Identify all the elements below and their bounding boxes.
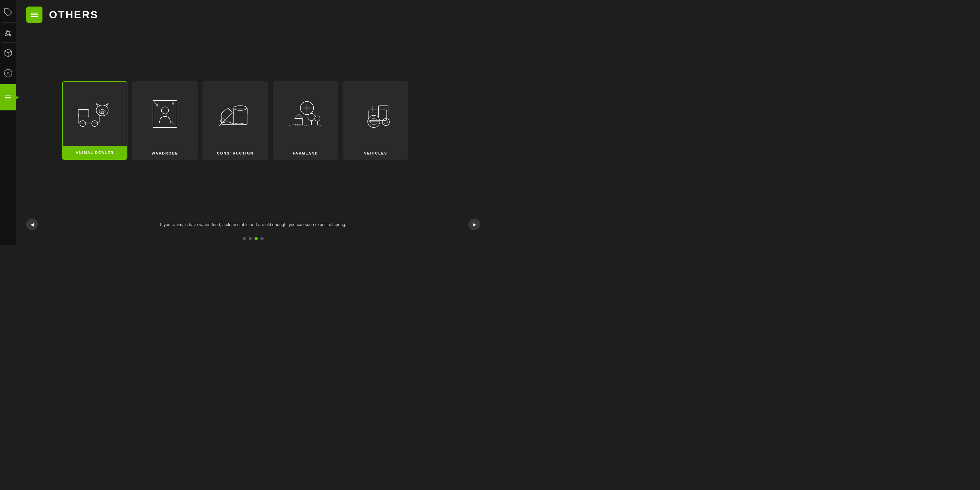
svg-rect-15: [78, 110, 89, 117]
bottom-section: ◀ If your animals have water, food, a cl…: [16, 212, 490, 245]
svg-point-6: [7, 72, 8, 72]
wardrobe-icon: [147, 96, 183, 132]
card-wardrobe-label: WARDROBE: [132, 147, 197, 160]
svg-point-23: [161, 107, 169, 114]
pagination-dot-1[interactable]: [243, 237, 246, 240]
main-content: OTHERS: [16, 0, 490, 245]
sidebar-item-discount[interactable]: [0, 64, 16, 82]
sidebar-item-tractor[interactable]: [0, 24, 16, 41]
card-wardrobe-icon-area: [132, 81, 197, 147]
header-menu-icon: [29, 10, 39, 20]
card-animal-dealer[interactable]: ANIMAL DEALER: [62, 81, 127, 160]
sidebar: [0, 0, 16, 245]
card-construction-label: CONSTRUCTION: [202, 147, 268, 160]
svg-rect-33: [295, 119, 302, 125]
svg-point-36: [315, 116, 320, 121]
menu-icon: [3, 93, 13, 102]
bottom-area: ◀ If your animals have water, food, a cl…: [16, 212, 490, 237]
card-wardrobe[interactable]: WARDROBE: [132, 81, 197, 160]
price-tag-icon: [3, 8, 13, 17]
discount-icon: [3, 68, 13, 78]
tractor-icon: [3, 28, 13, 37]
card-farmland[interactable]: FARMLAND: [273, 81, 338, 160]
svg-point-19: [99, 110, 105, 114]
svg-point-7: [9, 74, 9, 74]
sidebar-item-price-tag[interactable]: [0, 3, 16, 21]
svg-point-34: [308, 113, 315, 121]
svg-rect-27: [234, 108, 247, 114]
card-vehicles[interactable]: VEHICLES: [343, 81, 408, 160]
card-animal-dealer-icon-area: [63, 82, 127, 146]
card-vehicles-label: VEHICLES: [343, 147, 408, 160]
card-vehicles-icon-area: [343, 81, 408, 147]
animal-dealer-icon: [77, 96, 113, 132]
cards-area: ANIMAL DEALER WARDROBE: [16, 29, 490, 212]
pagination: [16, 237, 490, 245]
header-icon: [26, 6, 43, 23]
svg-point-16: [80, 121, 86, 126]
page-title: OTHERS: [49, 9, 98, 21]
svg-point-44: [384, 120, 388, 124]
card-animal-dealer-label: ANIMAL DEALER: [63, 146, 127, 159]
pagination-dot-3[interactable]: [255, 237, 258, 240]
card-farmland-label: FARMLAND: [273, 147, 338, 160]
svg-point-20: [100, 111, 102, 113]
svg-point-21: [103, 111, 104, 113]
sidebar-item-others[interactable]: [0, 84, 16, 110]
svg-point-43: [382, 119, 390, 126]
svg-rect-28: [222, 114, 234, 124]
sidebar-item-crate[interactable]: [0, 44, 16, 62]
farmland-icon: [288, 96, 323, 132]
pagination-dot-2[interactable]: [248, 237, 252, 240]
svg-point-18: [96, 105, 108, 116]
tip-text: If your animals have water, food, a clea…: [45, 222, 462, 227]
card-farmland-icon-area: [273, 81, 338, 147]
pagination-dot-4[interactable]: [260, 237, 264, 240]
construction-icon: [217, 96, 253, 132]
sidebar-divider-1: [2, 22, 15, 22]
card-construction[interactable]: CONSTRUCTION: [202, 81, 268, 160]
vehicles-icon: [358, 96, 394, 132]
next-button[interactable]: ▶: [468, 218, 480, 230]
card-construction-icon-area: [202, 81, 268, 147]
svg-point-17: [92, 121, 98, 126]
sidebar-divider-4: [2, 83, 15, 83]
prev-button[interactable]: ◀: [26, 218, 38, 230]
svg-point-2: [10, 34, 11, 36]
sidebar-divider-3: [2, 63, 15, 63]
header: OTHERS: [16, 0, 490, 29]
crate-icon: [3, 48, 13, 57]
